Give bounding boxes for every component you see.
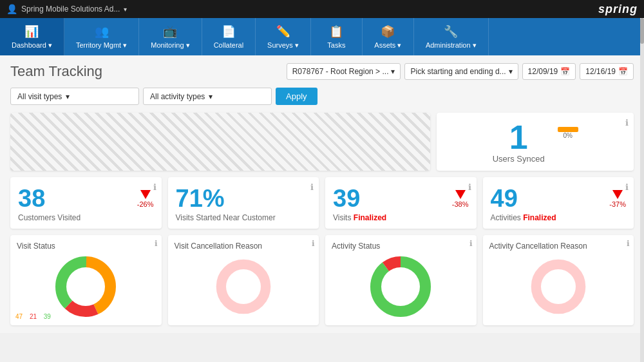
nav-monitoring[interactable]: 📺 Monitoring ▾: [139, 18, 202, 55]
info-icon-users-synced: ℹ: [625, 118, 629, 128]
region-dropdown-icon: ▾: [391, 67, 395, 76]
activity-cancellation-chart: [489, 254, 628, 319]
nav-dashboard-label: Dashboard ▾: [12, 41, 52, 50]
top-bar: 👤 Spring Mobile Solutions Ad... ▾ spring: [0, 0, 644, 18]
nav-collateral[interactable]: 📄 Collateral: [202, 18, 256, 55]
visits-finalized-label: Visits Finalized: [333, 213, 386, 222]
collateral-icon: 📄: [222, 24, 236, 39]
nav-dashboard[interactable]: 📊 Dashboard ▾: [0, 18, 64, 55]
users-synced-label: Users Synced: [493, 154, 545, 164]
customers-down-arrow: [140, 190, 151, 199]
activities-finalized-pct: -37%: [609, 200, 626, 208]
content-area: Team Tracking R078767 - Root Region > ..…: [0, 55, 644, 333]
stat-cards-row: ℹ 38 Customers Visited -26% ℹ 71% Visits…: [10, 177, 634, 229]
customers-visited-card: ℹ 38 Customers Visited -26%: [10, 177, 162, 229]
map-placeholder-card: [10, 113, 430, 171]
users-synced-card: ℹ 1 Users Synced 0%: [437, 113, 634, 171]
nav-tasks[interactable]: 📋 Tasks: [311, 18, 363, 55]
region-select[interactable]: R078767 - Root Region > ... ▾: [287, 63, 401, 80]
activity-cancellation-title: Activity Cancellation Reason: [489, 242, 628, 251]
visit-types-chevron: ▾: [66, 92, 70, 101]
info-icon-visit-cancel: ℹ: [312, 239, 315, 248]
info-icon-customers: ℹ: [153, 182, 156, 192]
customers-visited-label: Customers Visited: [18, 213, 80, 222]
activities-finalized-change: -37%: [609, 186, 626, 208]
activity-cancellation-card: ℹ Activity Cancellation Reason: [483, 235, 634, 325]
activities-finalized-number: 49: [491, 186, 556, 211]
page-title: Team Tracking: [10, 63, 102, 80]
visit-types-value: All visit types: [17, 92, 62, 101]
activity-types-value: All activity types: [150, 92, 205, 101]
svg-point-3: [66, 267, 105, 306]
info-icon-visit-status: ℹ: [155, 239, 158, 248]
administration-icon: 🔧: [444, 24, 458, 39]
visit-status-chart: [17, 254, 155, 319]
visit-types-select[interactable]: All visit types ▾: [10, 88, 139, 105]
synced-bar: [558, 127, 578, 132]
activity-types-select[interactable]: All activity types ▾: [143, 88, 272, 105]
date-start-value: 12/09/19: [528, 67, 558, 76]
top-filters: R078767 - Root Region > ... ▾ Pick start…: [287, 63, 634, 80]
visit-cancellation-card: ℹ Visit Cancellation Reason: [168, 235, 319, 325]
date-end-value: 12/16/19: [585, 67, 616, 76]
visit-cancellation-chart: [175, 254, 313, 319]
assets-icon: 📦: [381, 24, 395, 39]
activities-finalized-down-arrow: [612, 190, 623, 199]
svg-point-8: [381, 267, 420, 306]
user-icon: 👤: [6, 4, 17, 14]
visits-finalized-card: ℹ 39 Visits Finalized -38%: [325, 177, 477, 229]
nav-territory[interactable]: 👥 Territory Mgmt ▾: [64, 18, 139, 55]
svg-point-5: [226, 269, 261, 304]
dropdown-arrow[interactable]: ▾: [124, 6, 127, 13]
nav-surveys-label: Surveys ▾: [267, 41, 299, 50]
visit-status-card: ℹ Visit Status 47 21 39: [10, 235, 162, 325]
synced-bar-group: 0%: [558, 120, 578, 139]
activities-finalized-card: ℹ 49 Activities Finalized -37%: [483, 177, 634, 229]
scrollbar[interactable]: [640, 18, 644, 362]
visits-finalized-change: -38%: [452, 186, 469, 208]
activity-types-chevron: ▾: [209, 92, 213, 101]
activities-finalized-label: Activities Finalized: [491, 213, 556, 222]
visits-started-card: ℹ 71% Visits Started Near Customer: [168, 177, 319, 229]
secondary-filter-row: All visit types ▾ All activity types ▾ A…: [10, 88, 634, 105]
monitoring-icon: 📺: [163, 24, 177, 39]
customers-visited-number: 38: [18, 186, 80, 211]
visits-finalized-down-arrow: [455, 190, 466, 199]
tasks-icon: 📋: [329, 24, 343, 39]
date-range-dropdown-icon: ▾: [509, 67, 513, 76]
users-synced-number: 1: [493, 120, 545, 154]
label-47: 47: [15, 313, 23, 320]
nav-assets-label: Assets ▾: [374, 41, 401, 50]
visit-status-title: Visit Status: [17, 242, 155, 251]
title-filter-row: Team Tracking R078767 - Root Region > ..…: [10, 63, 634, 80]
activity-status-chart: [332, 254, 470, 319]
date-end-input[interactable]: 12/16/19 📅: [580, 63, 634, 80]
nav-administration[interactable]: 🔧 Administration ▾: [414, 18, 489, 55]
activity-status-title: Activity Status: [332, 242, 470, 251]
nav-assets[interactable]: 📦 Assets ▾: [363, 18, 414, 55]
main-nav: 📊 Dashboard ▾ 👥 Territory Mgmt ▾ 📺 Monit…: [0, 18, 644, 55]
nav-monitoring-label: Monitoring ▾: [151, 41, 189, 50]
top-cards-row: ℹ 1 Users Synced 0%: [10, 113, 634, 171]
calendar-start-icon[interactable]: 📅: [560, 67, 570, 76]
nav-tasks-label: Tasks: [327, 41, 345, 49]
visits-finalized-pct: -38%: [452, 200, 469, 208]
synced-pct: 0%: [563, 132, 572, 139]
territory-icon: 👥: [95, 24, 109, 39]
scrollbar-thumb[interactable]: [640, 18, 644, 44]
nav-collateral-label: Collateral: [214, 41, 243, 49]
info-icon-visits-started: ℹ: [310, 182, 314, 192]
apply-button[interactable]: Apply: [276, 88, 317, 105]
info-icon-activities-finalized: ℹ: [625, 182, 629, 192]
nav-surveys[interactable]: ✏️ Surveys ▾: [256, 18, 311, 55]
visits-finalized-number: 39: [333, 186, 386, 211]
region-value: R078767 - Root Region > ...: [292, 67, 389, 76]
label-39: 39: [44, 313, 51, 320]
account-name[interactable]: Spring Mobile Solutions Ad...: [21, 5, 120, 14]
visits-started-label: Visits Started Near Customer: [176, 213, 276, 222]
customers-pct-change: -26%: [137, 200, 154, 208]
date-range-select[interactable]: Pick starting and ending d... ▾: [404, 63, 518, 80]
calendar-end-icon[interactable]: 📅: [618, 67, 628, 76]
date-start-input[interactable]: 12/09/19 📅: [522, 63, 576, 80]
info-icon-activity-cancel: ℹ: [627, 239, 630, 248]
